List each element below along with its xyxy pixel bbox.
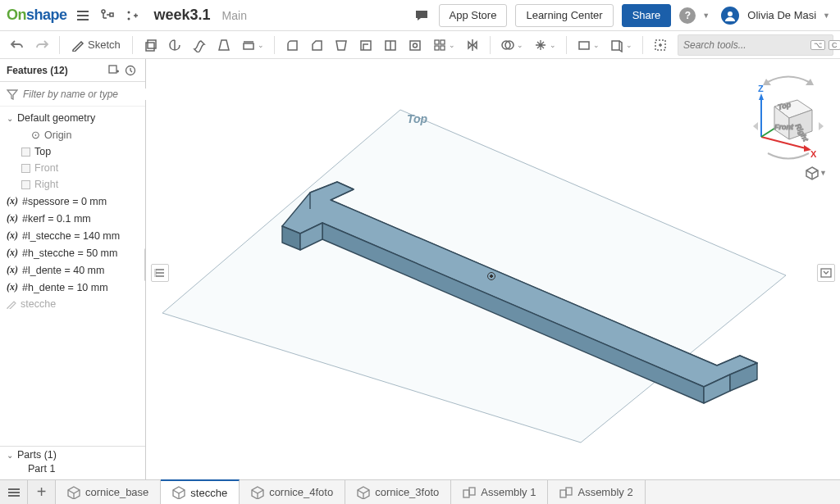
tree-plane-top[interactable]: Top [0, 143, 145, 160]
frame-button[interactable] [650, 34, 671, 56]
main-toolbar: Sketch ⌄ ⌄ ⌄ ⌄ ⌄ ⌄ ⌥ C [0, 31, 840, 59]
share-button[interactable]: Share [622, 4, 672, 27]
transform-dropdown-icon[interactable]: ⌄ [550, 41, 556, 49]
tree-variable[interactable]: #h_dente = 10 mm [0, 279, 145, 296]
insert-icon[interactable] [123, 7, 141, 25]
kbd-hint-2: C [829, 40, 840, 50]
user-avatar-icon[interactable] [721, 7, 739, 25]
panel-toggle-left[interactable] [151, 264, 169, 282]
panel-toggle-right[interactable] [817, 264, 835, 282]
add-tab-button[interactable]: + [28, 480, 56, 504]
boolean-dropdown-icon[interactable]: ⌄ [517, 41, 523, 49]
tree-variable[interactable]: #h_stecche = 50 mm [0, 244, 145, 261]
chamfer-button[interactable] [306, 34, 327, 56]
tree-plane-right[interactable]: Right [0, 176, 145, 193]
help-icon[interactable]: ? [679, 7, 696, 24]
rollback-icon[interactable] [122, 62, 139, 79]
sketch-button[interactable]: Sketch [66, 39, 126, 52]
iso-dropdown-icon[interactable]: ▼ [819, 169, 827, 177]
3d-scene: Top [146, 59, 840, 479]
tab-manager-button[interactable] [0, 480, 28, 504]
revolve-button[interactable] [164, 34, 185, 56]
tool-search-input[interactable] [683, 39, 807, 51]
filter-icon[interactable] [7, 89, 18, 100]
tab-cornice_4foto[interactable]: cornice_4foto [240, 480, 345, 504]
mirror-button[interactable] [462, 34, 483, 56]
variable-icon [7, 195, 18, 207]
svg-marker-38 [763, 79, 771, 85]
tree-default-geometry[interactable]: ⌄Default geometry [0, 110, 145, 126]
tree-sketch-stecche[interactable]: stecche [0, 296, 145, 312]
comments-icon[interactable] [413, 7, 431, 25]
redo-button[interactable] [31, 34, 52, 56]
svg-text:Front: Front [774, 123, 794, 131]
fillet-button[interactable] [281, 34, 303, 56]
thicken-dropdown-icon[interactable]: ⌄ [258, 41, 264, 49]
feature-filter-input[interactable] [23, 89, 147, 100]
loft-button[interactable] [213, 34, 235, 56]
parts-header[interactable]: ⌄Parts (1) [7, 449, 139, 461]
svg-point-2 [127, 11, 130, 13]
rib-button[interactable] [380, 34, 401, 56]
features-count-label: Features (12) [7, 65, 68, 76]
extrude-button[interactable] [139, 34, 161, 56]
tab-label: cornice_3foto [375, 486, 439, 498]
svg-marker-55 [819, 122, 824, 130]
tree-variable[interactable]: #kerf = 0.1 mm [0, 210, 145, 227]
tab-label: Assembly 1 [481, 486, 536, 498]
tree-variable[interactable]: #l_stecche = 140 mm [0, 227, 145, 244]
tab-Assembly-1[interactable]: Assembly 1 [451, 480, 548, 504]
chevron-down-icon: ⌄ [7, 451, 13, 460]
kbd-hint-1: ⌥ [810, 40, 825, 50]
origin-icon: ⊙ [31, 129, 40, 141]
undo-button[interactable] [7, 34, 28, 56]
plane-dropdown-icon[interactable]: ⌄ [593, 41, 600, 49]
menu-icon[interactable] [74, 7, 92, 25]
document-tree-icon[interactable] [98, 7, 116, 25]
tree-plane-front[interactable]: Front [0, 160, 145, 176]
thicken-button[interactable] [238, 34, 259, 56]
svg-rect-61 [463, 490, 469, 497]
feature-tree-header: Features (12) [0, 59, 145, 82]
iso-view-button[interactable]: ▼ [805, 166, 830, 180]
tree-variable[interactable]: #l_dente = 40 mm [0, 261, 145, 279]
sweep-button[interactable] [189, 34, 210, 56]
shell-button[interactable] [355, 34, 377, 56]
transform-button[interactable] [530, 34, 551, 56]
svg-rect-36 [154, 269, 157, 277]
tab-cornice_3foto[interactable]: cornice_3foto [345, 480, 451, 504]
onshape-logo[interactable]: Onshape [7, 7, 67, 24]
svg-rect-37 [821, 269, 831, 277]
pattern-button[interactable] [429, 34, 450, 56]
3d-viewport[interactable]: Top [146, 59, 840, 479]
tab-type-icon [251, 486, 264, 499]
variable-icon [7, 229, 18, 242]
tab-stecche[interactable]: stecche [161, 479, 240, 504]
tree-origin[interactable]: ⊙Origin [0, 126, 145, 143]
hole-button[interactable] [404, 34, 426, 56]
help-dropdown-icon[interactable]: ▼ [702, 11, 710, 20]
user-dropdown-icon[interactable]: ▼ [823, 11, 830, 20]
draft-button[interactable] [331, 34, 352, 56]
tab-Assembly-2[interactable]: Assembly 2 [548, 480, 645, 504]
tab-cornice_base[interactable]: cornice_base [56, 480, 161, 504]
sheetmetal-button[interactable] [606, 34, 628, 56]
view-cube[interactable]: Z X Y Top Front Right [751, 67, 825, 166]
app-header: Onshape week3.1 Main App Store Learning … [0, 0, 840, 31]
sheetmetal-dropdown-icon[interactable]: ⌄ [626, 41, 632, 49]
tab-type-icon [463, 486, 476, 499]
add-feature-icon[interactable] [106, 62, 122, 79]
variable-icon [7, 247, 18, 259]
app-store-button[interactable]: App Store [439, 4, 508, 27]
pattern-dropdown-icon[interactable]: ⌄ [449, 41, 455, 49]
plane-button[interactable] [573, 34, 595, 56]
tab-bar: + cornice_basestecchecornice_4fotocornic… [0, 479, 840, 504]
svg-rect-10 [410, 41, 420, 50]
tree-variable[interactable]: #spessore = 0 mm [0, 193, 145, 210]
username[interactable]: Olivia De Masi [747, 9, 816, 21]
tool-search[interactable]: ⌥ C [678, 34, 833, 56]
learning-center-button[interactable]: Learning Center [515, 4, 613, 27]
document-title[interactable]: week3.1 [154, 7, 211, 24]
boolean-button[interactable] [497, 34, 518, 56]
tree-part-1[interactable]: Part 1 [7, 461, 139, 477]
